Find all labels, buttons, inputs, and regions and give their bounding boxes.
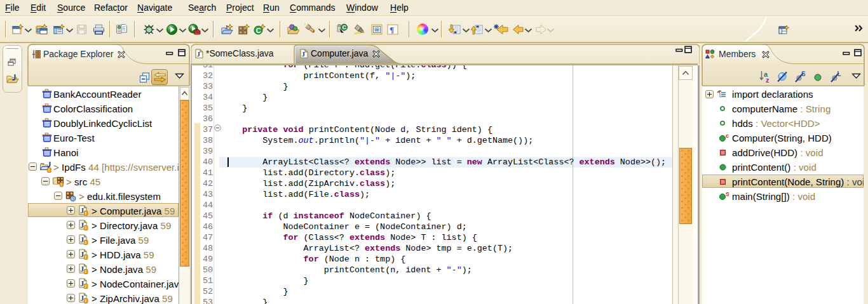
svg-text:J: J bbox=[80, 206, 84, 215]
svg-text:J: J bbox=[80, 221, 84, 230]
svg-text:c: c bbox=[726, 133, 729, 139]
svg-text:¶: ¶ bbox=[390, 25, 394, 34]
svg-text:C: C bbox=[256, 27, 261, 34]
svg-text:C: C bbox=[342, 24, 347, 30]
svg-text:J: J bbox=[80, 294, 84, 303]
svg-text:J: J bbox=[80, 279, 84, 288]
svg-text:J: J bbox=[80, 235, 84, 244]
svg-text:z: z bbox=[766, 76, 770, 84]
svg-text:J: J bbox=[80, 265, 84, 274]
svg-text:J: J bbox=[197, 50, 201, 58]
svg-text:S: S bbox=[726, 192, 729, 197]
svg-text:J: J bbox=[80, 250, 84, 259]
svg-text:J: J bbox=[302, 50, 306, 58]
